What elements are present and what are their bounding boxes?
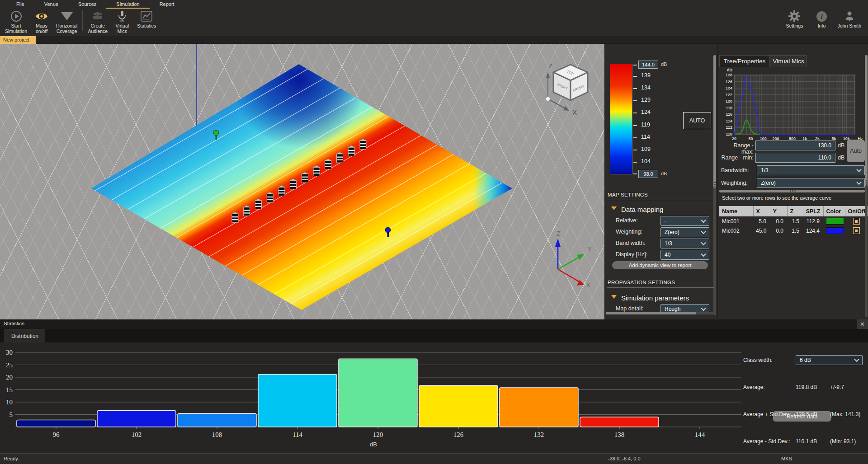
3d-viewport[interactable]: Z X TOP RIGHT FRONT Z <box>0 44 604 320</box>
collapse-triangle-icon[interactable] <box>611 295 617 299</box>
svg-text:124: 124 <box>726 86 732 90</box>
color-swatch[interactable] <box>826 227 844 234</box>
svg-text:50: 50 <box>749 136 753 141</box>
column-header-z[interactable]: Z <box>787 206 803 216</box>
subwoofer-speaker[interactable] <box>348 145 355 156</box>
divider <box>607 287 714 288</box>
subwoofer-speaker[interactable] <box>243 206 250 216</box>
project-tab[interactable]: New project <box>0 36 36 44</box>
column-header-splz[interactable]: SPLZ <box>803 206 823 216</box>
range-input[interactable] <box>755 141 835 150</box>
histogram-bar-96[interactable] <box>17 420 95 427</box>
chevron-down-icon <box>701 240 706 245</box>
column-header-x[interactable]: X <box>753 206 770 216</box>
subwoofer-speaker[interactable] <box>301 172 308 183</box>
column-header-y[interactable]: Y <box>770 206 787 216</box>
toolbar-button-settings[interactable]: Settings <box>781 9 808 28</box>
close-icon[interactable]: ✕ <box>857 319 868 329</box>
subwoofer-speaker[interactable] <box>278 186 285 196</box>
subwoofer-speaker[interactable] <box>290 179 297 189</box>
chevron-down-icon <box>701 252 706 257</box>
svg-text:15: 15 <box>6 386 13 394</box>
legend-tick-dash <box>633 162 637 163</box>
status-message: Ready. <box>4 456 19 461</box>
menu-items: FileVenueSourcesSimulationReport <box>6 0 184 9</box>
spl-color-scale <box>610 64 632 174</box>
column-header-name[interactable]: Name <box>719 206 753 216</box>
map-settings-hscrollbar[interactable] <box>606 312 713 314</box>
mic-color-cell[interactable] <box>823 226 845 235</box>
histogram-bar-120[interactable] <box>339 359 417 427</box>
menu-item-report[interactable]: Report <box>150 0 184 9</box>
histogram-bar-132[interactable] <box>500 388 578 427</box>
rp-weighting-dropdown[interactable]: Z(ero) <box>757 178 865 188</box>
subwoofer-speaker[interactable] <box>336 152 344 163</box>
subwoofer-speaker[interactable] <box>325 159 332 169</box>
checkbox-icon[interactable] <box>853 227 860 234</box>
right-panel-hscrollbar[interactable] <box>719 190 865 192</box>
menu-bar: FileVenueSourcesSimulationReport <box>0 0 868 9</box>
tab-distribution[interactable]: Distribution <box>5 329 45 342</box>
histogram-bar-126[interactable] <box>419 385 498 427</box>
simulation-parameters-title: Simulation parameters <box>621 294 689 302</box>
subwoofer-speaker[interactable] <box>313 165 320 176</box>
subwoofer-speaker[interactable] <box>359 139 367 150</box>
gizmo-z-label: Z <box>557 230 561 237</box>
legend-auto-button[interactable]: AUTO <box>683 112 711 129</box>
range-input[interactable] <box>755 153 835 163</box>
range-auto-button[interactable]: Auto <box>847 140 865 162</box>
legend-min-input[interactable] <box>638 170 658 178</box>
range-label: Range - max: <box>721 142 754 155</box>
toolbar-button-create-audience[interactable]: CreateAudience <box>85 9 110 34</box>
map-weighting-dropdown[interactable]: Z(ero) <box>660 227 709 237</box>
map-bandwidth-dropdown[interactable]: 1/3 <box>660 239 709 248</box>
histogram-bar-138[interactable] <box>580 417 659 427</box>
add-dynamic-view-button[interactable]: Add dynamic view to report <box>612 261 708 269</box>
subwoofer-speaker[interactable] <box>255 199 262 209</box>
subwoofer-speaker[interactable] <box>231 212 239 223</box>
menu-item-file[interactable]: File <box>6 0 34 9</box>
orientation-cube[interactable]: Z X TOP RIGHT FRONT <box>546 62 588 116</box>
toolbar-button-info[interactable]: iInfo <box>808 9 835 28</box>
right-panel-scrollbar[interactable] <box>865 55 868 317</box>
class-width-dropdown[interactable]: 6 dB <box>796 355 863 365</box>
collapse-triangle-icon[interactable] <box>611 206 617 210</box>
toolbar-button-johnsmith[interactable]: John Smith <box>835 9 863 28</box>
gear-icon <box>788 9 800 23</box>
histogram-bar-114[interactable] <box>258 374 337 427</box>
triangle-down-icon <box>61 9 73 23</box>
svg-text:118: 118 <box>726 106 732 110</box>
column-header-color[interactable]: Color <box>823 206 845 216</box>
toolbar-button-label: Info <box>818 23 826 28</box>
svg-text:116: 116 <box>726 112 732 117</box>
range-unit: dB <box>838 155 844 161</box>
menu-item-sources[interactable]: Sources <box>68 0 106 9</box>
toolbar-button-horizontal-coverage[interactable]: HorizontalCoverage <box>54 9 80 34</box>
checkbox-icon[interactable] <box>853 218 860 225</box>
menu-item-simulation[interactable]: Simulation <box>106 0 149 9</box>
map-relative-dropdown[interactable]: - <box>660 216 709 226</box>
toolbar-button-statistics[interactable]: Statistics <box>134 9 159 28</box>
toolbar-button-virtual-mics[interactable]: VirtualMics <box>110 9 134 34</box>
toolbar-button-label: Statistics <box>137 23 156 28</box>
svg-text:138: 138 <box>614 431 625 438</box>
mic-table-row[interactable]: Mic00245.00.01.5124.4 <box>719 226 868 235</box>
toolbar-button-maps-onoff[interactable]: Mapson/off <box>29 9 54 34</box>
color-swatch[interactable] <box>826 218 844 225</box>
histogram-bar-102[interactable] <box>97 411 176 427</box>
mic-color-cell[interactable] <box>823 216 845 226</box>
rp-bandwidth-dropdown[interactable]: 1/3 <box>757 165 865 175</box>
mic-table-row[interactable]: Mic0015.00.01.5112.9 <box>719 216 868 226</box>
legend-max-input[interactable] <box>638 61 658 69</box>
toolbar-left-group: StartSimulationMapson/offHorizontalCover… <box>0 9 159 34</box>
chevron-down-icon <box>701 218 706 223</box>
subwoofer-speaker[interactable] <box>266 192 274 202</box>
stats-info-extra: +/-9.7 <box>830 384 844 390</box>
map-displayhz-dropdown[interactable]: 40 <box>660 250 709 260</box>
menu-item-venue[interactable]: Venue <box>34 0 68 9</box>
histogram-bar-108[interactable] <box>178 413 256 427</box>
cell: 1.5 <box>787 226 803 235</box>
legend-panel-scrollbar[interactable] <box>713 55 716 315</box>
toolbar-button-start-simulation[interactable]: StartSimulation <box>3 9 29 34</box>
range-unit: dB <box>838 142 844 149</box>
